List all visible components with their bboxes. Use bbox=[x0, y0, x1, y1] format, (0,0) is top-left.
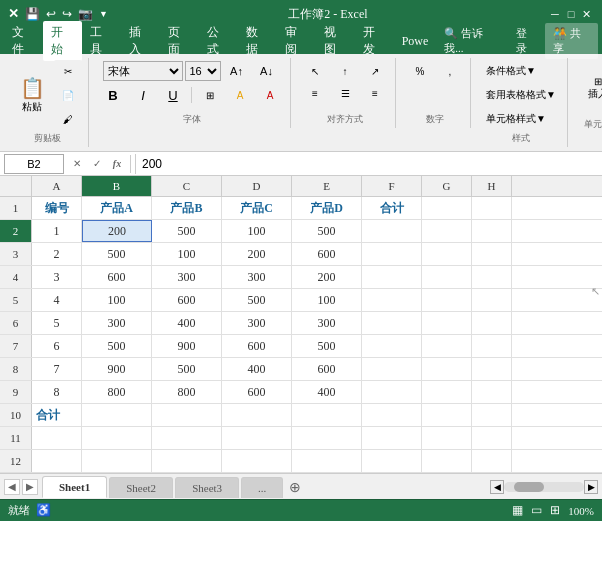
cell-a4[interactable]: 3 bbox=[32, 266, 82, 288]
cell-f9[interactable] bbox=[362, 381, 422, 403]
cell-h5[interactable] bbox=[472, 289, 512, 311]
cell-style-button[interactable]: 单元格样式▼ bbox=[481, 108, 551, 130]
font-size-select[interactable]: 16 bbox=[185, 61, 221, 81]
cell-c10[interactable] bbox=[152, 404, 222, 426]
cell-a3[interactable]: 2 bbox=[32, 243, 82, 265]
cell-h6[interactable] bbox=[472, 312, 512, 334]
cell-c2[interactable]: 500 bbox=[152, 220, 222, 242]
font-name-select[interactable]: 宋体 bbox=[103, 61, 183, 81]
confirm-formula-icon[interactable]: ✓ bbox=[88, 155, 106, 173]
quick-access-undo[interactable]: ↩ bbox=[46, 7, 56, 22]
cell-h8[interactable] bbox=[472, 358, 512, 380]
cell-c12[interactable] bbox=[152, 450, 222, 472]
cell-e7[interactable]: 500 bbox=[292, 335, 362, 357]
increase-font-button[interactable]: A↑ bbox=[223, 60, 251, 82]
cell-a7[interactable]: 6 bbox=[32, 335, 82, 357]
format-painter-button[interactable]: 🖌 bbox=[54, 108, 82, 130]
view-page-icon[interactable]: ▭ bbox=[531, 503, 542, 518]
close-button[interactable]: ✕ bbox=[580, 7, 594, 21]
col-header-g[interactable]: G bbox=[422, 176, 472, 196]
row-header-5[interactable]: 5 bbox=[0, 289, 32, 311]
cell-c8[interactable]: 500 bbox=[152, 358, 222, 380]
cell-e12[interactable] bbox=[292, 450, 362, 472]
row-header-3[interactable]: 3 bbox=[0, 243, 32, 265]
font-color-button[interactable]: A bbox=[256, 84, 284, 106]
cell-a2[interactable]: 1 bbox=[32, 220, 82, 242]
cell-e5[interactable]: 100 bbox=[292, 289, 362, 311]
row-header-7[interactable]: 7 bbox=[0, 335, 32, 357]
cell-h1[interactable] bbox=[472, 197, 512, 219]
sheet-prev-button[interactable]: ◀ bbox=[4, 479, 20, 495]
copy-button[interactable]: 📄 bbox=[54, 84, 82, 106]
menu-power[interactable]: Powe bbox=[394, 31, 437, 52]
menu-insert[interactable]: 插入 bbox=[121, 21, 160, 61]
cell-g3[interactable] bbox=[422, 243, 472, 265]
col-header-b[interactable]: B bbox=[82, 176, 152, 196]
cancel-formula-icon[interactable]: ✕ bbox=[68, 155, 86, 173]
bold-button[interactable]: B bbox=[99, 84, 127, 106]
cell-b10[interactable] bbox=[82, 404, 152, 426]
menu-file[interactable]: 文件 bbox=[4, 21, 43, 61]
cell-f8[interactable] bbox=[362, 358, 422, 380]
cell-h12[interactable] bbox=[472, 450, 512, 472]
cell-e10[interactable] bbox=[292, 404, 362, 426]
cell-d11[interactable] bbox=[222, 427, 292, 449]
cell-c1[interactable]: 产品B bbox=[152, 197, 222, 219]
cell-b9[interactable]: 800 bbox=[82, 381, 152, 403]
cell-g8[interactable] bbox=[422, 358, 472, 380]
decrease-font-button[interactable]: A↓ bbox=[253, 60, 281, 82]
formula-input[interactable] bbox=[135, 154, 598, 174]
cell-e8[interactable]: 600 bbox=[292, 358, 362, 380]
cell-a8[interactable]: 7 bbox=[32, 358, 82, 380]
insert-cell-button[interactable]: ⊞ 插入 bbox=[578, 60, 602, 116]
row-header-9[interactable]: 9 bbox=[0, 381, 32, 403]
cell-d2[interactable]: 100 bbox=[222, 220, 292, 242]
h-scroll-track[interactable] bbox=[504, 482, 584, 492]
menu-share[interactable]: 🧑‍🤝‍🧑 共享 bbox=[545, 23, 598, 59]
cell-c11[interactable] bbox=[152, 427, 222, 449]
cell-a6[interactable]: 5 bbox=[32, 312, 82, 334]
row-header-2[interactable]: 2 bbox=[0, 220, 32, 242]
menu-view[interactable]: 视图 bbox=[316, 21, 355, 61]
cell-c6[interactable]: 400 bbox=[152, 312, 222, 334]
col-header-f[interactable]: F bbox=[362, 176, 422, 196]
number-format-button[interactable]: % bbox=[406, 60, 434, 82]
cell-a9[interactable]: 8 bbox=[32, 381, 82, 403]
menu-data[interactable]: 数据 bbox=[238, 21, 277, 61]
quick-access-camera[interactable]: 📷 bbox=[78, 7, 93, 22]
cell-b5[interactable]: 100 bbox=[82, 289, 152, 311]
cell-reference-input[interactable] bbox=[4, 154, 64, 174]
menu-search[interactable]: 🔍 告诉我... bbox=[436, 23, 508, 59]
cell-g10[interactable] bbox=[422, 404, 472, 426]
menu-review[interactable]: 审阅 bbox=[277, 21, 316, 61]
scroll-left-button[interactable]: ◀ bbox=[490, 480, 504, 494]
quick-access-dropdown[interactable]: ▼ bbox=[99, 9, 108, 19]
sheet-tab-sheet1[interactable]: Sheet1 bbox=[42, 476, 107, 498]
menu-login[interactable]: 登录 bbox=[508, 23, 545, 59]
cell-f12[interactable] bbox=[362, 450, 422, 472]
h-scrollbar[interactable]: ◀ ▶ bbox=[490, 480, 602, 494]
cell-f11[interactable] bbox=[362, 427, 422, 449]
cell-c3[interactable]: 100 bbox=[152, 243, 222, 265]
col-header-d[interactable]: D bbox=[222, 176, 292, 196]
cell-g7[interactable] bbox=[422, 335, 472, 357]
menu-formula[interactable]: 公式 bbox=[199, 21, 238, 61]
cell-c5[interactable]: 600 ↖ bbox=[152, 289, 222, 311]
cell-f3[interactable] bbox=[362, 243, 422, 265]
align-top-left-button[interactable]: ↖ bbox=[301, 60, 329, 82]
cell-g4[interactable] bbox=[422, 266, 472, 288]
cell-f10[interactable] bbox=[362, 404, 422, 426]
menu-tools[interactable]: 工具 bbox=[82, 21, 121, 61]
cell-h11[interactable] bbox=[472, 427, 512, 449]
minimize-button[interactable]: ─ bbox=[548, 7, 562, 21]
cell-g5[interactable] bbox=[422, 289, 472, 311]
row-header-10[interactable]: 10 bbox=[0, 404, 32, 426]
col-header-c[interactable]: C bbox=[152, 176, 222, 196]
cell-d9[interactable]: 600 bbox=[222, 381, 292, 403]
cell-d5[interactable]: 500 bbox=[222, 289, 292, 311]
cell-d3[interactable]: 200 bbox=[222, 243, 292, 265]
view-layout-icon[interactable]: ⊞ bbox=[550, 503, 560, 518]
align-top-center-button[interactable]: ↑ bbox=[331, 60, 359, 82]
cell-f2[interactable] bbox=[362, 220, 422, 242]
cell-h10[interactable] bbox=[472, 404, 512, 426]
